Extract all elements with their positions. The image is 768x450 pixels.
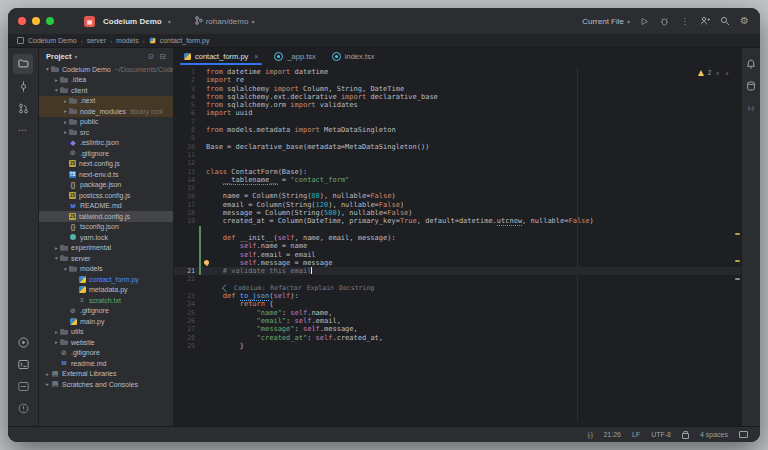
more-actions-icon[interactable]: ⋮ [679,16,690,27]
debug-icon[interactable] [659,16,670,27]
maximize-window-button[interactable] [46,17,54,25]
tree-item-scratches-and-consoles[interactable]: ▸▤Scratches and Consoles [39,379,173,390]
chevron-down-icon[interactable]: ▾ [44,66,51,72]
tree-item-yarn-lock[interactable]: yarn.lock [39,232,173,243]
tree-item-contact-form-py[interactable]: contact_form.py [39,274,173,285]
tab-index-tsx[interactable]: index.tsx [324,48,383,65]
tree-item-utils[interactable]: ▸utils [39,327,173,338]
chevron-down-icon[interactable]: ▾ [62,266,69,272]
chevron-right-icon[interactable]: ▸ [62,108,69,114]
tree-item-gitignore[interactable]: ⊘.gitignore [39,306,173,317]
code-editor[interactable]: 1from datetime import datetime2import re… [174,65,741,426]
tree-item-node-modules[interactable]: ▸node_moduleslibrary root [39,106,173,117]
settings-gear-icon[interactable]: ⚙ [739,16,750,27]
run-configuration-select[interactable]: Current File ▾ [582,17,630,26]
chevron-right-icon[interactable]: ▸ [53,329,60,335]
tab-app-tsx[interactable]: _app.tsx [266,48,323,65]
run-button[interactable] [639,16,650,27]
tab-contact-form-py[interactable]: contact_form.py× [176,48,266,65]
chevron-right-icon[interactable]: ▸ [44,371,51,377]
ai-assistant-icon[interactable]: (‑) [744,98,758,118]
chevron-right-icon[interactable]: ▸ [53,339,60,345]
codeium-action-docstring[interactable]: Docstring [339,284,374,292]
intention-lightbulb-icon[interactable] [204,260,209,265]
notifications-bell-icon[interactable] [744,54,758,74]
commit-tool-icon[interactable] [13,76,33,96]
branch-widget[interactable]: rohan/demo ▾ [195,16,255,27]
read-only-lock-icon[interactable] [682,433,689,439]
tree-item-tailwind-config-js[interactable]: JStailwind.config.js [39,211,173,222]
caret-position[interactable]: 21:26 [603,431,621,438]
py-file-icon [78,275,86,283]
more-tool-windows-icon[interactable]: ⋯ [13,120,33,140]
tree-item-next-env-d-ts[interactable]: TSnext-env.d.ts [39,169,173,180]
tree-item-package-json[interactable]: {}package.json [39,180,173,191]
tree-item-idea[interactable]: ▸.idea [39,75,173,86]
tree-item-readme-md[interactable]: MREADME.md [39,201,173,212]
locate-file-icon[interactable]: ⊙ [148,52,155,61]
screen-reader-icon[interactable] [739,431,748,438]
close-tab-icon[interactable]: × [254,53,258,60]
close-window-button[interactable] [18,17,26,25]
chevron-right-icon[interactable]: ▸ [53,245,60,251]
project-title[interactable]: Codeium Demo [103,17,162,26]
collapse-all-icon[interactable]: ⊟ [159,52,166,61]
tree-item-models[interactable]: ▾models [39,264,173,275]
run-tool-icon[interactable] [13,332,33,352]
problems-tool-icon[interactable] [13,398,33,418]
tree-item-main-py[interactable]: main.py [39,316,173,327]
python-console-tool-icon[interactable] [13,376,33,396]
ide-window: ▦ Codeium Demo ▾ rohan/demo ▾ Current Fi… [8,8,760,442]
project-panel-title[interactable]: Project [46,52,71,61]
chevron-right-icon[interactable]: ▸ [62,98,69,104]
codeium-action-explain[interactable]: Explain [307,284,334,292]
tree-item-website[interactable]: ▸website [39,337,173,348]
tree-item-readme-md[interactable]: Mreadme.md [39,358,173,369]
database-tool-icon[interactable] [744,76,758,96]
terminal-tool-icon[interactable] [13,354,33,374]
folder-file-icon [69,107,77,115]
breadcrumb-item-models[interactable]: models [116,37,139,44]
tree-item-eslintrc-json[interactable]: ◆.eslintrc.json [39,138,173,149]
codeium-hint-label: Codeium: [234,284,265,292]
tree-item-metadata-py[interactable]: metadata.py [39,285,173,296]
tree-item-experimental[interactable]: ▸experimental [39,243,173,254]
tree-item-codeium-demo[interactable]: ▾Codeium Demo~/Documents/Codeium Demo [39,64,173,75]
chevron-right-icon[interactable]: ▸ [53,77,60,83]
chevron-down-icon[interactable]: ▾ [53,255,60,261]
chevron-right-icon[interactable]: ▸ [62,129,69,135]
vcs-change-marker [199,259,201,267]
pull-requests-tool-icon[interactable] [13,98,33,118]
tree-item-label: src [80,129,89,136]
tree-item-gitignore[interactable]: ⊘.gitignore [39,348,173,359]
chevron-right-icon[interactable]: ▸ [62,119,69,125]
tree-item-server[interactable]: ▾server [39,253,173,264]
tree-item-gitignore[interactable]: ⊘.gitignore [39,148,173,159]
chevron-down-icon[interactable]: ▾ [53,87,60,93]
tree-item-next-config-js[interactable]: JSnext.config.js [39,159,173,170]
tree-item-client[interactable]: ▾client [39,85,173,96]
codeium-status-icon[interactable]: (-) [587,431,592,438]
codeium-action-refactor[interactable]: Refactor [270,284,301,292]
file-encoding[interactable]: UTF-8 [651,431,671,438]
tree-item-public[interactable]: ▸public [39,117,173,128]
code-with-me-icon[interactable] [699,16,710,27]
tree-item-src[interactable]: ▸src [39,127,173,138]
tree-item-external-libraries[interactable]: ▸▤External Libraries [39,369,173,380]
tree-item-tsconfig-json[interactable]: {}tsconfig.json [39,222,173,233]
breadcrumb-item-contact-form-py[interactable]: contact_form.py [160,37,210,44]
line-separator[interactable]: LF [632,431,640,438]
codeium-inline-hint[interactable]: Codeium:RefactorExplainDocstring [174,284,741,292]
project-tool-icon[interactable] [13,54,33,74]
tree-item-postcss-config-js[interactable]: JSpostcss.config.js [39,190,173,201]
tree-item-label: client [71,87,87,94]
breadcrumb-item-codeium-demo[interactable]: Codeium Demo [28,37,77,44]
chevron-right-icon[interactable]: ▸ [44,381,51,387]
indent-setting[interactable]: 4 spaces [700,431,728,438]
search-icon[interactable] [719,16,730,27]
breadcrumb-item-server[interactable]: server [87,37,106,44]
tree-item-next[interactable]: ▸.next [39,96,173,107]
minimize-window-button[interactable] [32,17,40,25]
line-number: 14 [174,176,200,184]
tree-item-scratch-txt[interactable]: ≡scratch.txt [39,295,173,306]
